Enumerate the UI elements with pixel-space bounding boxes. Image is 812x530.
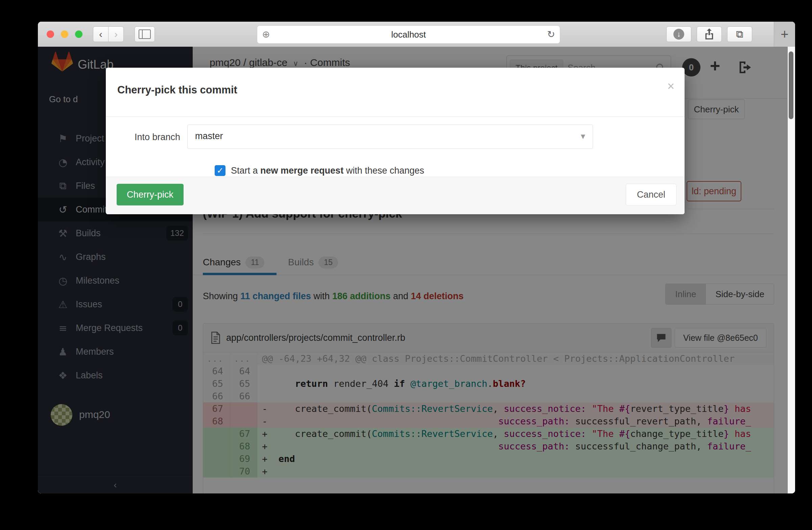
branch-selected-value: master <box>195 131 223 141</box>
reload-icon[interactable]: ↻ <box>547 29 555 40</box>
select-caret-icon: ▾ <box>581 131 585 141</box>
share-button[interactable] <box>697 26 722 42</box>
scrollbar-track[interactable] <box>787 47 795 493</box>
cherry-pick-submit-button[interactable]: Cherry-pick <box>117 184 184 206</box>
zoom-window-button[interactable] <box>75 30 83 38</box>
merge-request-checkbox-row: ✓ Start a new merge request with these c… <box>215 164 424 177</box>
tabs-icon: ⧉ <box>736 28 743 40</box>
new-tab-button[interactable]: + <box>774 22 795 47</box>
checkbox-label-suffix: with these changes <box>344 166 424 176</box>
address-bar[interactable]: ⊕ localhost ↻ <box>257 25 560 44</box>
close-icon[interactable]: × <box>667 79 675 94</box>
scrollbar-thumb[interactable] <box>789 52 794 119</box>
sidebar-toggle-icon <box>139 29 151 39</box>
modal-header: Cherry-pick this commit × <box>106 68 684 117</box>
forward-button[interactable]: › <box>108 26 124 42</box>
cancel-button[interactable]: Cancel <box>626 184 677 206</box>
sidebar-toggle-button[interactable] <box>134 26 155 42</box>
minimize-window-button[interactable] <box>61 30 68 38</box>
merge-request-checkbox[interactable]: ✓ <box>215 165 226 176</box>
close-window-button[interactable] <box>47 30 54 38</box>
into-branch-label: Into branch <box>126 132 180 142</box>
screen: ‹ › ⊕ localhost ↻ ↓ ⧉ + <box>0 0 812 530</box>
back-button[interactable]: ‹ <box>93 26 108 42</box>
page-content: GitLab Go to d ⚑Project◔Activity⧉Files↺C… <box>38 47 795 493</box>
checkbox-label-bold: new merge request <box>260 166 344 176</box>
download-icon: ↓ <box>673 29 684 40</box>
reading-list-icon[interactable]: ⊕ <box>262 29 270 40</box>
modal-footer: Cherry-pick Cancel <box>106 177 684 214</box>
checkbox-label-prefix: Start a <box>231 166 260 176</box>
cherry-pick-modal: Cherry-pick this commit × Into branch ma… <box>106 68 684 214</box>
browser-window: ‹ › ⊕ localhost ↻ ↓ ⧉ + <box>38 22 795 493</box>
share-icon <box>704 28 715 41</box>
browser-titlebar: ‹ › ⊕ localhost ↻ ↓ ⧉ + <box>38 22 795 47</box>
show-tabs-button[interactable]: ⧉ <box>727 26 752 42</box>
url-text: localhost <box>391 29 426 40</box>
modal-title: Cherry-pick this commit <box>117 84 237 96</box>
branch-select[interactable]: master ▾ <box>187 125 593 149</box>
downloads-button[interactable]: ↓ <box>666 26 691 42</box>
checkbox-label[interactable]: Start a new merge request with these cha… <box>231 166 424 176</box>
